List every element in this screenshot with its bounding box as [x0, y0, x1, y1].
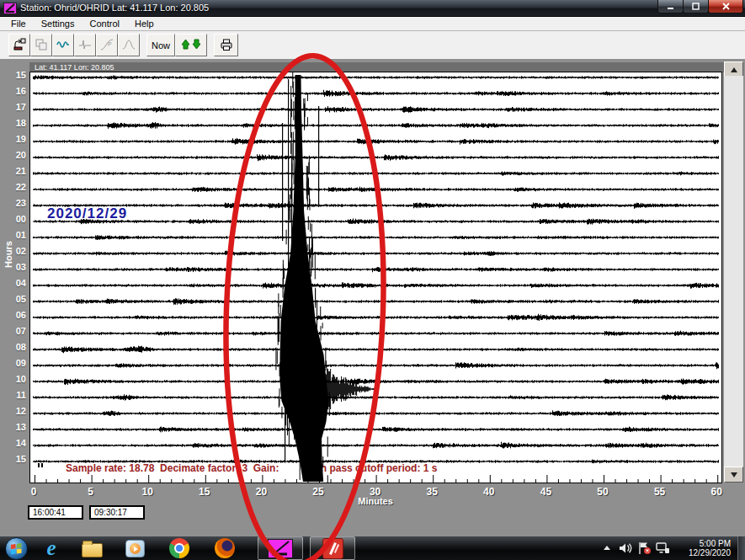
show-hidden-icons-button[interactable] [598, 536, 616, 560]
open-button[interactable] [8, 34, 30, 56]
red-tool-icon [322, 538, 343, 559]
hour-label-04-13: 04 [0, 278, 26, 288]
hour-label-02-11: 02 [0, 246, 26, 256]
clock-date: 12/29/2020 [672, 548, 731, 557]
hour-label-15-0: 15 [0, 70, 26, 80]
hour-label-01-10: 01 [0, 230, 26, 240]
now-button[interactable]: Now [146, 34, 175, 56]
start-button[interactable] [0, 536, 32, 560]
windows-start-icon [5, 537, 28, 560]
show-desktop-button[interactable] [737, 536, 745, 560]
scrollbar-down-button[interactable] [724, 467, 743, 483]
minute-label-35: 35 [418, 486, 446, 498]
copy-button[interactable] [30, 34, 52, 56]
minute-label-50: 50 [588, 486, 617, 498]
hour-label-08-17: 08 [0, 342, 26, 352]
hour-label-07-16: 07 [0, 326, 26, 336]
hour-label-20-5: 20 [0, 150, 26, 160]
bell-curve-icon [122, 38, 136, 53]
flag-alert-icon [637, 541, 652, 555]
menu-control[interactable]: Control [82, 18, 126, 29]
taskbar-item-file-explorer[interactable] [71, 536, 113, 560]
hour-label-11-20: 11 [0, 390, 26, 400]
title-bar: Station: Ohrid/OHRID Lat: 41.117 Lon: 20… [0, 0, 745, 17]
seismogram-plot: 2020/12/29 Sample rate: 18.78 Decimate f… [29, 72, 722, 483]
scroll-button[interactable] [175, 34, 207, 56]
taskbar-clock[interactable]: 5:00 PM 12/29/2020 [672, 539, 737, 557]
taskbar: e [0, 536, 745, 560]
response-button[interactable] [118, 34, 140, 56]
menu-file[interactable]: File [3, 18, 34, 29]
printer-icon [220, 38, 233, 53]
menu-help[interactable]: Help [127, 18, 162, 29]
hour-label-14-23: 14 [0, 438, 26, 448]
minute-label-0: 0 [19, 486, 48, 498]
menu-bar: FileSettingsControlHelp [0, 17, 745, 31]
spike-trace-icon [78, 38, 92, 53]
clock-time: 5:00 PM [672, 539, 731, 548]
hour-label-23-8: 23 [0, 198, 26, 208]
hour-label-18-3: 18 [0, 118, 26, 128]
hour-label-17-2: 17 [0, 102, 26, 112]
network-button[interactable] [653, 536, 672, 560]
hour-label-05-14: 05 [0, 294, 26, 304]
minute-label-20: 20 [247, 486, 275, 498]
app-workspace: Lat: 41.117 Lon: 20.805 Hours 1516171819… [0, 59, 745, 536]
chrome-icon [169, 538, 189, 558]
system-tray: 5:00 PM 12/29/2020 [598, 536, 745, 560]
open-icon [13, 38, 26, 53]
toolbar: PNow [0, 31, 745, 60]
hour-label-03-12: 03 [0, 262, 26, 272]
media-player-icon [125, 540, 145, 557]
taskbar-item-internet-explorer[interactable]: e [32, 536, 71, 560]
minute-label-55: 55 [646, 486, 674, 498]
copy-icon [35, 38, 48, 53]
chevron-up-icon [603, 545, 611, 552]
window-controls [658, 0, 743, 13]
hour-label-21-6: 21 [0, 166, 26, 176]
print-button[interactable] [214, 34, 238, 56]
plot-scrollbar [724, 61, 743, 483]
minute-label-10: 10 [133, 486, 162, 498]
internet-explorer-icon: e [46, 538, 56, 558]
hour-label-22-7: 22 [0, 182, 26, 192]
scrollbar-track[interactable] [724, 76, 743, 468]
hour-label-12-21: 12 [0, 406, 26, 416]
time-field-start[interactable]: 16:00:41 [28, 505, 83, 520]
hour-label-16-1: 16 [0, 86, 26, 96]
taskbar-item-seismograph-app[interactable] [258, 536, 303, 560]
waveform-button[interactable] [52, 34, 74, 56]
screen: Station: Ohrid/OHRID Lat: 41.117 Lon: 20… [0, 0, 745, 560]
minimize-button[interactable] [657, 0, 684, 13]
minute-label-5: 5 [77, 486, 105, 498]
filter-curve-icon: P [100, 38, 114, 53]
trace-canvas[interactable] [30, 72, 721, 483]
hour-label-06-15: 06 [0, 310, 26, 320]
hour-label-09-18: 09 [0, 358, 26, 368]
network-icon [656, 542, 670, 554]
x-axis-title: Minutes [351, 496, 400, 506]
time-field-cursor[interactable]: 09:30:17 [89, 505, 145, 520]
waveform-icon [56, 38, 70, 53]
hour-label-15-24: 15 [0, 454, 26, 464]
taskbar-item-red-tool-app[interactable] [310, 536, 355, 560]
up-arrow-icon [731, 67, 737, 72]
taskbar-item-firefox[interactable] [202, 536, 247, 560]
close-button[interactable] [708, 0, 743, 13]
volume-button[interactable] [616, 536, 635, 560]
maximize-button[interactable] [683, 0, 709, 13]
hour-label-00-9: 00 [0, 214, 26, 224]
minute-label-25: 25 [304, 486, 333, 498]
window-title: Station: Ohrid/OHRID Lat: 41.117 Lon: 20… [20, 3, 209, 13]
action-center-button[interactable] [635, 536, 653, 560]
menu-settings[interactable]: Settings [34, 18, 82, 29]
minute-label-40: 40 [475, 486, 503, 498]
spike-button[interactable] [74, 34, 96, 56]
minute-label-45: 45 [531, 486, 560, 498]
taskbar-item-media-player[interactable] [113, 536, 157, 560]
filter-button[interactable]: P [96, 34, 118, 56]
folder-icon [82, 543, 103, 557]
minute-label-15: 15 [190, 486, 219, 498]
minute-label-60: 60 [702, 486, 731, 498]
taskbar-item-chrome[interactable] [157, 536, 202, 560]
